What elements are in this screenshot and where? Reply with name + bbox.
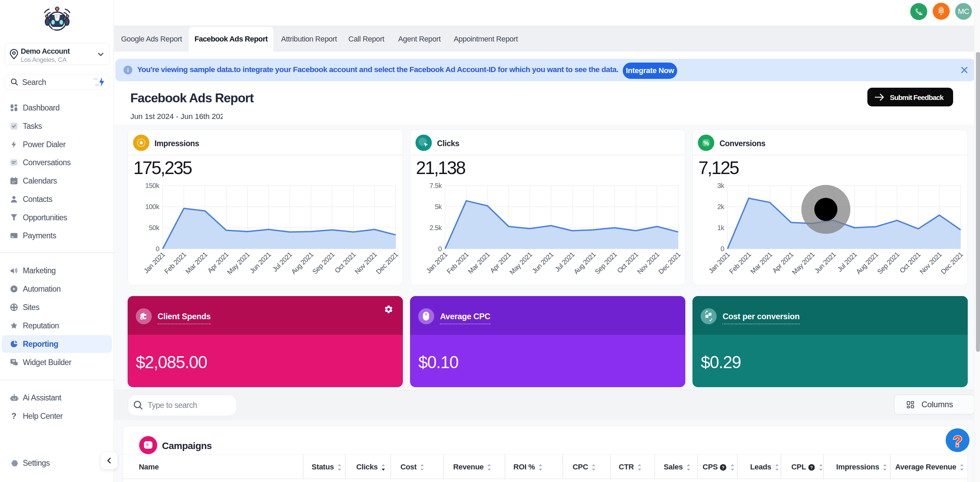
svg-text:2.5k: 2.5k <box>430 224 442 231</box>
svg-text:Dec 2021: Dec 2021 <box>375 251 400 276</box>
svg-text:Dec 2021: Dec 2021 <box>940 251 965 276</box>
svg-text:Mar 2021: Mar 2021 <box>749 251 774 275</box>
svg-text:Nov 2021: Nov 2021 <box>353 251 379 276</box>
svg-text:1k: 1k <box>717 224 725 231</box>
svg-text:?: ? <box>11 412 17 420</box>
svg-text:Sep 2021: Sep 2021 <box>311 251 336 276</box>
svg-text:Nov 2021: Nov 2021 <box>918 251 943 276</box>
svg-text:Aug 2021: Aug 2021 <box>855 251 880 276</box>
svg-text:Nov 2021: Nov 2021 <box>636 251 661 276</box>
svg-text:May 2021: May 2021 <box>226 251 251 276</box>
svg-text:Sep 2021: Sep 2021 <box>876 251 901 276</box>
svg-text:Sep 2021: Sep 2021 <box>593 251 619 276</box>
svg-text:Mar 2021: Mar 2021 <box>184 251 209 275</box>
svg-text:7.5k: 7.5k <box>430 182 442 189</box>
svg-text:Jun 2021: Jun 2021 <box>248 251 272 275</box>
svg-text:Dec 2021: Dec 2021 <box>657 251 682 276</box>
svg-text:150k: 150k <box>145 182 160 189</box>
svg-text:2k: 2k <box>717 203 725 211</box>
svg-text:May 2021: May 2021 <box>791 251 816 276</box>
svg-text:Jun 2021: Jun 2021 <box>813 251 837 275</box>
svg-text:50k: 50k <box>149 224 159 231</box>
svg-text:Feb 2021: Feb 2021 <box>163 251 188 275</box>
svg-text:Jun 2021: Jun 2021 <box>530 251 555 275</box>
svg-text:Jan 2021: Jan 2021 <box>142 251 166 275</box>
svg-text:5k: 5k <box>435 203 442 211</box>
svg-text:100k: 100k <box>145 203 160 211</box>
svg-text:3k: 3k <box>717 182 725 189</box>
svg-text:Aug 2021: Aug 2021 <box>290 251 315 276</box>
svg-text:0: 0 <box>438 245 442 252</box>
svg-text:Feb 2021: Feb 2021 <box>445 251 470 275</box>
svg-text:i: i <box>127 67 129 73</box>
svg-text:Mar 2021: Mar 2021 <box>466 251 492 275</box>
svg-text:Jan 2021: Jan 2021 <box>707 251 731 275</box>
svg-text:0: 0 <box>156 245 159 252</box>
svg-text:0: 0 <box>721 245 724 252</box>
svg-text:Feb 2021: Feb 2021 <box>728 251 753 275</box>
svg-text:May 2021: May 2021 <box>508 251 533 276</box>
svg-text:Jan 2021: Jan 2021 <box>425 251 449 275</box>
svg-text:Aug 2021: Aug 2021 <box>572 251 598 276</box>
